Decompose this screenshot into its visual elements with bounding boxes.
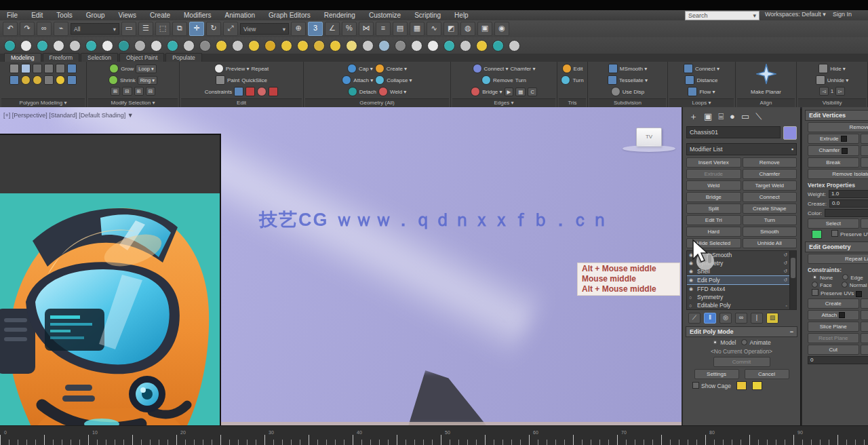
cage-color-swatch-2[interactable] bbox=[752, 381, 762, 390]
ribbon-button-label[interactable]: Create ▾ bbox=[387, 66, 407, 72]
modifier-row-icon[interactable]: ↺ bbox=[783, 269, 787, 274]
button-connect[interactable]: Connect bbox=[861, 157, 868, 168]
ribbon-button-label[interactable]: 1 bbox=[831, 88, 833, 94]
edit-button-chamfer[interactable]: Chamfer bbox=[743, 169, 797, 179]
modifier-stack-row[interactable]: ◉Edit Poly↺ bbox=[687, 275, 789, 285]
menu-item-rendering[interactable]: Rendering bbox=[317, 12, 362, 19]
ribbon-group-label[interactable]: Loops ▾ bbox=[669, 98, 734, 107]
settings-box-icon[interactable] bbox=[841, 136, 847, 142]
redo-icon[interactable]: ↷ bbox=[20, 22, 35, 36]
color-swatch[interactable] bbox=[812, 230, 822, 239]
object-name-field[interactable]: Chassis01 bbox=[686, 126, 781, 138]
button-attach[interactable]: Attach bbox=[808, 310, 859, 320]
edit-button-extrude[interactable]: Extrude bbox=[686, 169, 741, 179]
ribbon-group-label[interactable]: Tris bbox=[559, 98, 586, 107]
edit-button-smooth[interactable]: Smooth bbox=[743, 227, 797, 237]
edit-button-bridge[interactable]: Bridge bbox=[686, 192, 741, 202]
menu-item-group[interactable]: Group bbox=[79, 12, 112, 19]
modifier-stack-row[interactable]: ◉Symmetry↺ bbox=[687, 259, 789, 267]
menu-item-animation[interactable]: Animation bbox=[218, 12, 262, 19]
toolbar2-icon-6[interactable] bbox=[102, 40, 113, 52]
ribbon-button-icon[interactable] bbox=[608, 75, 617, 85]
toolbar2-icon-17[interactable] bbox=[281, 40, 292, 52]
radio-model[interactable]: Model bbox=[712, 339, 736, 346]
checkbox-preserve-uvs[interactable]: Preserve UVs bbox=[812, 289, 862, 296]
ribbon-button-icon[interactable] bbox=[67, 75, 77, 85]
configure-modifier-sets-icon[interactable]: ▨ bbox=[766, 313, 778, 324]
pin-stack-icon[interactable]: ⟋ bbox=[688, 313, 701, 324]
ribbon-mini-button[interactable]: ⊞ bbox=[111, 87, 120, 96]
toolbar2-icon-4[interactable] bbox=[69, 40, 81, 52]
toolbar2-icon-22[interactable] bbox=[362, 40, 374, 52]
signin-label[interactable]: Sign In bbox=[833, 11, 852, 18]
menu-item-views[interactable]: Views bbox=[112, 12, 144, 19]
ribbon-button-icon[interactable] bbox=[257, 87, 267, 96]
motion-tab-icon[interactable]: ● bbox=[730, 112, 735, 121]
schematic-view-icon[interactable]: ◩ bbox=[443, 22, 458, 36]
layer-manager-icon[interactable]: ▦ bbox=[410, 22, 425, 36]
ribbon-mini-button[interactable]: ◅ bbox=[819, 87, 829, 96]
ribbon-button-label[interactable]: Grow bbox=[121, 66, 134, 72]
material-editor-icon[interactable]: ◍ bbox=[460, 22, 475, 36]
ribbon-button-label[interactable]: Make Planar bbox=[751, 89, 781, 95]
ribbon-button-icon[interactable] bbox=[67, 64, 77, 73]
modifier-row-icon[interactable]: ↺ bbox=[783, 277, 787, 283]
modifier-stack-row[interactable]: ○Symmetry bbox=[687, 293, 789, 301]
ribbon-button-icon[interactable] bbox=[214, 64, 224, 73]
toolbar2-icon-1[interactable] bbox=[20, 40, 32, 52]
object-color-swatch[interactable] bbox=[783, 126, 797, 140]
ribbon-button-label[interactable]: Repeat bbox=[251, 66, 269, 72]
create-tab-icon[interactable]: ＋ bbox=[689, 112, 698, 121]
edit-button-turn[interactable]: Turn bbox=[743, 215, 797, 225]
menu-item-graph-editors[interactable]: Graph Editors bbox=[262, 12, 317, 19]
settings-box-icon[interactable] bbox=[842, 148, 848, 154]
ribbon-button-icon[interactable] bbox=[245, 87, 255, 96]
ribbon-tab-selection[interactable]: Selection bbox=[81, 53, 118, 62]
toolbar2-icon-10[interactable] bbox=[167, 40, 178, 52]
rollout-header-edit-vertices[interactable]: Edit Vertices− bbox=[805, 110, 868, 121]
modifier-stack-row[interactable]: ◉Shell↺ bbox=[687, 267, 789, 275]
undo-icon[interactable]: ↶ bbox=[3, 22, 18, 36]
button-slice[interactable]: Slice bbox=[861, 322, 868, 332]
toolbar2-icon-12[interactable] bbox=[199, 40, 211, 52]
ribbon-group-label[interactable]: Polygon Modeling ▾ bbox=[1, 98, 85, 107]
ribbon-button-icon[interactable] bbox=[234, 87, 243, 96]
window-crossing-icon[interactable]: ⧉ bbox=[172, 22, 187, 36]
button-paste[interactable]: Paste bbox=[861, 218, 868, 229]
rollout-header-edit-poly-mode[interactable]: Edit Poly Mode− bbox=[686, 326, 797, 337]
rotate-icon[interactable]: ↻ bbox=[206, 22, 221, 36]
ribbon-group-label[interactable]: Subdivision bbox=[589, 98, 666, 107]
ribbon-mini-button[interactable]: ▻ bbox=[835, 87, 845, 96]
rollout-header-edit-geometry[interactable]: Edit Geometry− bbox=[805, 241, 868, 252]
ribbon-button-icon[interactable] bbox=[33, 75, 42, 85]
viewcube[interactable]: TV bbox=[636, 128, 662, 147]
select-move-icon[interactable]: ✛ bbox=[189, 22, 204, 36]
toolbar2-icon-15[interactable] bbox=[248, 40, 260, 52]
button-collapse[interactable]: Collapse bbox=[861, 298, 868, 309]
edit-button-remove[interactable]: Remove bbox=[743, 157, 797, 168]
radio-none[interactable]: None bbox=[812, 274, 833, 281]
modifier-stack-row[interactable]: ◉FFD 4x4x4 bbox=[687, 285, 789, 293]
toolbar2-icon-28[interactable] bbox=[460, 40, 471, 52]
snap-toggle-icon[interactable]: 3 bbox=[308, 22, 323, 36]
utilities-tab-icon[interactable]: ⟍ bbox=[755, 112, 762, 121]
edit-button-edit-tri[interactable]: Edit Tri bbox=[686, 215, 741, 225]
menu-item-edit[interactable]: Edit bbox=[24, 12, 50, 19]
ribbon-button-icon[interactable] bbox=[56, 64, 65, 73]
ribbon-tab-freeform[interactable]: Freeform bbox=[43, 53, 79, 62]
toolbar2-icon-29[interactable] bbox=[476, 40, 488, 52]
ribbon-button-label[interactable]: Tessellate ▾ bbox=[619, 77, 648, 83]
menu-item-create[interactable]: Create bbox=[143, 12, 177, 19]
visibility-eye-icon[interactable]: ◉ bbox=[689, 252, 694, 258]
ribbon-button-label[interactable]: Paint bbox=[227, 77, 239, 83]
edit-button-connect[interactable]: Connect bbox=[743, 192, 797, 202]
edit-button-hard[interactable]: Hard bbox=[686, 227, 741, 237]
toolbar2-icon-13[interactable] bbox=[216, 40, 227, 52]
ribbon-group-label[interactable]: Edges ▾ bbox=[452, 98, 555, 107]
commit-button[interactable]: Commit bbox=[713, 357, 770, 367]
ribbon-button-label[interactable]: Hide ▾ bbox=[830, 66, 846, 72]
ribbon-button-label[interactable]: Connect ▾ bbox=[695, 66, 719, 72]
edit-button-split[interactable]: Split bbox=[686, 204, 741, 214]
toolbar2-icon-20[interactable] bbox=[330, 40, 341, 52]
cage-color-swatch-1[interactable] bbox=[736, 381, 747, 390]
